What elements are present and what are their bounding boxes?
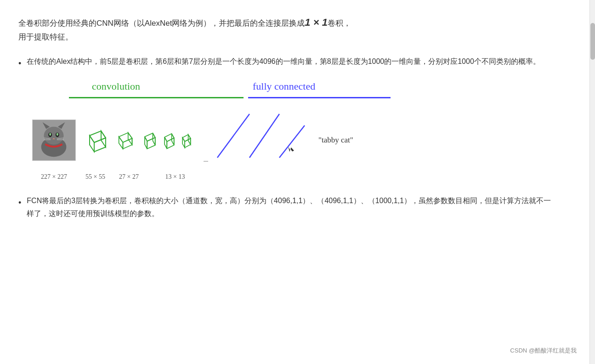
intro-math: 1 × 1 xyxy=(305,17,328,28)
intro-text-part1: 全卷积部分使用经典的CNN网络（以AlexNet网络为例），并把最后的全连接层换… xyxy=(18,19,305,28)
dim-0: 227 × 227 xyxy=(32,173,76,181)
bullet-section-2: • FCN将最后的3层转换为卷积层，卷积核的大小（通道数，宽，高）分别为（409… xyxy=(18,194,551,220)
convolution-label: convolution xyxy=(92,80,140,92)
diagram-main-row: "tabby cat" xyxy=(32,112,469,169)
box-3 xyxy=(142,127,158,153)
conv-boxes-row xyxy=(85,126,192,154)
intro-text-part3: 用于提取特征。 xyxy=(18,33,73,41)
fully-connected-underline xyxy=(248,97,391,98)
svg-point-2 xyxy=(44,126,64,144)
bullet-item-1: • 在传统的Alex结构中，前5层是卷积层，第6层和第7层分别是一个长度为409… xyxy=(18,55,551,71)
convolution-underline xyxy=(69,97,244,98)
svg-marker-19 xyxy=(119,137,123,149)
cat-image xyxy=(32,119,76,161)
svg-line-37 xyxy=(279,125,305,158)
bullet-text-1: 在传统的Alex结构中，前5层是卷积层，第6层和第7层分别是一个长度为4096的… xyxy=(27,55,540,68)
intro-text-part2: 卷积， xyxy=(328,19,351,28)
svg-marker-38 xyxy=(288,146,294,152)
dim-labels-row: 227 × 227 55 × 55 27 × 27 13 × 13 xyxy=(32,173,368,181)
box-5 xyxy=(181,127,192,153)
bullet-text-2: FCN将最后的3层转换为卷积层，卷积核的大小（通道数，宽，高）分别为（4096,… xyxy=(27,194,551,220)
svg-point-8 xyxy=(57,133,58,136)
bullet-dot-1: • xyxy=(18,57,21,71)
diagram-labels-row: convolution fully connected xyxy=(32,80,446,103)
svg-line-36 xyxy=(249,114,279,158)
svg-marker-21 xyxy=(123,138,132,149)
dim-2: 27 × 27 xyxy=(114,173,144,181)
box-1 xyxy=(85,126,110,154)
diagram-wrapper: convolution fully connected xyxy=(18,80,551,181)
intro-paragraph: 全卷积部分使用经典的CNN网络（以AlexNet网络为例），并把最后的全连接层换… xyxy=(18,14,551,44)
svg-marker-15 xyxy=(90,136,94,152)
fc-lines xyxy=(204,112,309,169)
scrollbar-thumb[interactable] xyxy=(590,23,595,60)
tabby-cat-label: "tabby cat" xyxy=(318,136,353,145)
svg-line-35 xyxy=(217,114,249,158)
dim-1: 55 × 55 xyxy=(80,173,110,181)
bullet-item-2: • FCN将最后的3层转换为卷积层，卷积核的大小（通道数，宽，高）分别为（409… xyxy=(18,194,551,220)
svg-point-7 xyxy=(49,133,51,136)
box-4 xyxy=(162,127,176,153)
dim-3: 13 × 13 xyxy=(147,173,203,181)
bullet-dot-2: • xyxy=(18,196,21,210)
box-2 xyxy=(115,127,137,153)
fully-connected-label: fully connected xyxy=(253,80,315,92)
scrollbar[interactable] xyxy=(589,0,595,364)
bullet-section-1: • 在传统的Alex结构中，前5层是卷积层，第6层和第7层分别是一个长度为409… xyxy=(18,55,551,71)
credit-text: CSDN @酷酸洋红就是我 xyxy=(510,347,577,355)
